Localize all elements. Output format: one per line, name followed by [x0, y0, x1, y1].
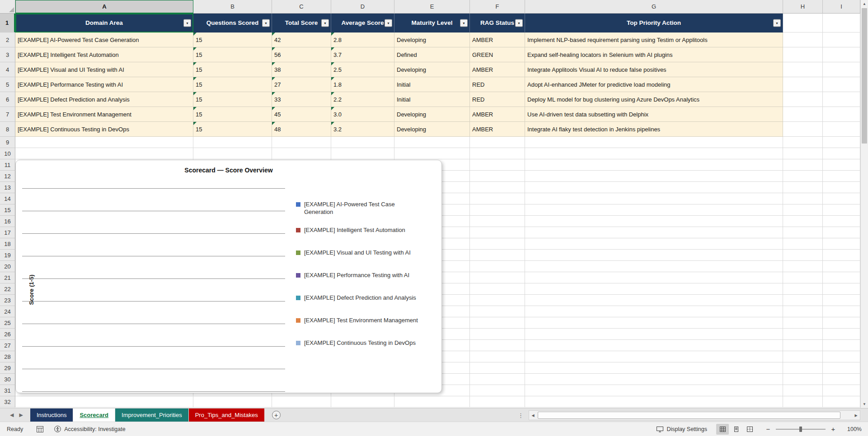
zoom-level[interactable]: 100% — [845, 426, 862, 432]
cell-I13[interactable] — [823, 182, 860, 193]
cell-F14[interactable] — [470, 193, 525, 204]
cell-H9[interactable] — [783, 137, 823, 148]
cell-G3[interactable]: Expand self-healing locators in Selenium… — [525, 47, 783, 62]
cell-C5[interactable]: 27 — [272, 77, 331, 92]
cell-G19[interactable] — [525, 250, 783, 261]
cell-H11[interactable] — [783, 159, 823, 171]
cell-F5[interactable]: RED — [470, 77, 525, 92]
filter-button-E[interactable]: ▼ — [460, 19, 468, 27]
cell-F25[interactable] — [470, 317, 525, 329]
row-header-10[interactable]: 10 — [0, 148, 15, 159]
accessibility-status[interactable]: Accessibility: Investigate — [54, 426, 125, 432]
cell-F16[interactable] — [470, 216, 525, 227]
cell-I9[interactable] — [823, 137, 860, 148]
sheet-tab-improvement_priorities[interactable]: Improvement_Priorities — [115, 408, 188, 422]
cell-H15[interactable] — [783, 204, 823, 216]
row-header-9[interactable]: 9 — [0, 137, 15, 148]
cell-G4[interactable]: Integrate Applitools Visual AI to reduce… — [525, 62, 783, 77]
sheet-nav-right-icon[interactable]: ▶ — [19, 412, 23, 418]
horizontal-scrollbar[interactable]: ◀ ▶ — [529, 410, 860, 420]
row-header-11[interactable]: 11 — [0, 159, 15, 171]
horizontal-scrollbar-thumb[interactable] — [538, 412, 840, 419]
cell-I31[interactable] — [823, 385, 860, 396]
cell-F22[interactable] — [470, 283, 525, 295]
cell-F24[interactable] — [470, 306, 525, 317]
row-header-22[interactable]: 22 — [0, 283, 15, 295]
cell-F3[interactable]: GREEN — [470, 47, 525, 62]
cell-H5[interactable] — [783, 77, 823, 92]
cell-I15[interactable] — [823, 204, 860, 216]
sheet-tab-instructions[interactable]: Instructions — [30, 408, 73, 422]
cell-I26[interactable] — [823, 329, 860, 340]
cell-F28[interactable] — [470, 351, 525, 362]
cell-I25[interactable] — [823, 317, 860, 329]
cell-B8[interactable]: 15 — [193, 122, 272, 137]
row-header-32[interactable]: 32 — [0, 396, 15, 408]
cell-F23[interactable] — [470, 295, 525, 306]
cell-F7[interactable]: AMBER — [470, 107, 525, 122]
cell-H8[interactable] — [783, 122, 823, 137]
filter-button-D[interactable]: ▼ — [385, 19, 392, 27]
cell-I28[interactable] — [823, 351, 860, 362]
cell-C6[interactable]: 33 — [272, 92, 331, 107]
scroll-right-icon[interactable]: ▶ — [852, 411, 860, 420]
cell-I23[interactable] — [823, 295, 860, 306]
cell-I4[interactable] — [823, 62, 860, 77]
cell-I16[interactable] — [823, 216, 860, 227]
cell-I29[interactable] — [823, 362, 860, 374]
cell-G30[interactable] — [525, 374, 783, 385]
cell-D3[interactable]: 3.7 — [331, 47, 394, 62]
cell-H21[interactable] — [783, 272, 823, 283]
sheet-tab-pro_tips_and_mistakes[interactable]: Pro_Tips_and_Mistakes — [189, 408, 264, 422]
vertical-scrollbar-thumb[interactable] — [862, 8, 867, 144]
cell-F31[interactable] — [470, 385, 525, 396]
cell-B9[interactable] — [193, 137, 272, 148]
cell-G22[interactable] — [525, 283, 783, 295]
zoom-in-button[interactable]: + — [830, 425, 836, 433]
cell-H25[interactable] — [783, 317, 823, 329]
cell-I12[interactable] — [823, 171, 860, 182]
cell-A8[interactable]: [EXAMPLE] Continuous Testing in DevOps — [15, 122, 193, 137]
cell-B32[interactable] — [193, 396, 272, 408]
cell-F19[interactable] — [470, 250, 525, 261]
cell-A5[interactable]: [EXAMPLE] Performance Testing with AI — [15, 77, 193, 92]
cell-G6[interactable]: Deploy ML model for bug clustering using… — [525, 92, 783, 107]
row-header-21[interactable]: 21 — [0, 272, 15, 283]
cell-G25[interactable] — [525, 317, 783, 329]
cell-F18[interactable] — [470, 238, 525, 250]
cell-F9[interactable] — [470, 137, 525, 148]
cell-A2[interactable]: [EXAMPLE] AI-Powered Test Case Generatio… — [15, 32, 193, 47]
cell-F12[interactable] — [470, 171, 525, 182]
cell-F6[interactable]: RED — [470, 92, 525, 107]
cell-H18[interactable] — [783, 238, 823, 250]
cell-F15[interactable] — [470, 204, 525, 216]
view-page-break-button[interactable] — [743, 424, 756, 435]
cell-B4[interactable]: 15 — [193, 62, 272, 77]
filter-button-A[interactable]: ▼ — [183, 19, 191, 27]
cell-G26[interactable] — [525, 329, 783, 340]
column-header-B[interactable]: B — [193, 0, 272, 14]
row-header-23[interactable]: 23 — [0, 295, 15, 306]
cell-B1[interactable]: Questions Scored▼ — [193, 14, 272, 32]
cell-G5[interactable]: Adopt AI-enhanced JMeter for predictive … — [525, 77, 783, 92]
cell-H22[interactable] — [783, 283, 823, 295]
cell-H2[interactable] — [783, 32, 823, 47]
row-header-26[interactable]: 26 — [0, 329, 15, 340]
horizontal-scrollbar-track[interactable] — [537, 411, 852, 420]
cell-D7[interactable]: 3.0 — [331, 107, 394, 122]
cell-G27[interactable] — [525, 340, 783, 351]
view-page-layout-button[interactable] — [730, 424, 742, 435]
cell-F26[interactable] — [470, 329, 525, 340]
filter-button-B[interactable]: ▼ — [262, 19, 270, 27]
cell-F17[interactable] — [470, 227, 525, 238]
cell-D2[interactable]: 2.8 — [331, 32, 394, 47]
cell-B7[interactable]: 15 — [193, 107, 272, 122]
cell-H3[interactable] — [783, 47, 823, 62]
cell-G23[interactable] — [525, 295, 783, 306]
display-settings-button[interactable]: Display Settings — [657, 426, 707, 432]
cell-E5[interactable]: Initial — [394, 77, 470, 92]
cell-I27[interactable] — [823, 340, 860, 351]
zoom-slider[interactable] — [776, 426, 826, 432]
tab-scrollbar-divider[interactable]: ⋮ — [518, 408, 524, 422]
row-header-27[interactable]: 27 — [0, 340, 15, 351]
